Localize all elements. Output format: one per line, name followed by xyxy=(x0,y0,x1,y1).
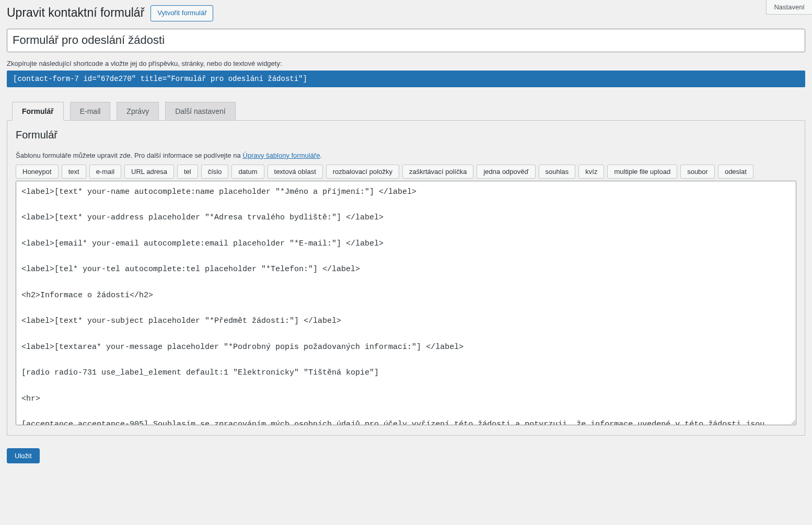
tag-buttons-row: Honeypot text e-mail URL adresa tel čísl… xyxy=(16,165,796,179)
tag-btn-quiz[interactable]: kvíz xyxy=(578,165,604,179)
tag-btn-file[interactable]: soubor xyxy=(680,165,715,179)
page-title: Upravit kontaktní formulář xyxy=(7,5,144,21)
tag-btn-tel[interactable]: tel xyxy=(177,165,198,179)
tag-btn-email[interactable]: e-mail xyxy=(89,165,121,179)
tab-form[interactable]: Formulář xyxy=(12,102,64,121)
tag-btn-date[interactable]: datum xyxy=(231,165,264,179)
help-text-pre: Šablonu formuláře můžete upravit zde. Pr… xyxy=(16,151,242,159)
form-template-textarea[interactable] xyxy=(16,181,796,425)
save-button[interactable]: Uložit xyxy=(7,448,40,463)
tag-btn-dropdown[interactable]: rozbalovací položky xyxy=(326,165,399,179)
help-link[interactable]: Úpravy šablony formuláře xyxy=(242,151,320,159)
tag-btn-submit[interactable]: odeslat xyxy=(718,165,753,179)
help-text-post: . xyxy=(320,151,322,159)
tag-btn-number[interactable]: číslo xyxy=(201,165,229,179)
form-panel: Formulář Šablonu formuláře můžete upravi… xyxy=(7,120,805,436)
shortcode-hint: Zkopírujte následující shortcode a vložt… xyxy=(7,60,805,67)
tabs: Formulář E-mail Zprávy Další nastavení xyxy=(7,102,805,120)
section-title: Formulář xyxy=(16,129,796,141)
page-header: Upravit kontaktní formulář Vytvořit form… xyxy=(7,5,805,21)
shortcode-display[interactable]: [contact-form-7 id="67de270" title="Form… xyxy=(7,71,805,87)
tag-btn-textarea[interactable]: textová oblast xyxy=(268,165,323,179)
create-form-button[interactable]: Vytvořit formulář xyxy=(150,5,213,21)
tag-btn-honeypot[interactable]: Honeypot xyxy=(16,165,59,179)
help-text: Šablonu formuláře můžete upravit zde. Pr… xyxy=(16,151,796,159)
tag-btn-acceptance[interactable]: souhlas xyxy=(539,165,576,179)
form-title-input[interactable] xyxy=(7,29,805,52)
tab-messages[interactable]: Zprávy xyxy=(117,102,159,120)
tag-btn-multifile[interactable]: multiple file upload xyxy=(607,165,677,179)
tag-btn-radio[interactable]: jedna odpověď xyxy=(477,165,535,179)
settings-button[interactable]: Nastavení xyxy=(766,0,812,15)
tag-btn-text[interactable]: text xyxy=(62,165,86,179)
tab-additional[interactable]: Další nastavení xyxy=(165,102,236,120)
tab-email[interactable]: E-mail xyxy=(70,102,111,120)
tag-btn-checkboxes[interactable]: zaškrtávací políčka xyxy=(402,165,474,179)
tag-btn-url[interactable]: URL adresa xyxy=(124,165,174,179)
